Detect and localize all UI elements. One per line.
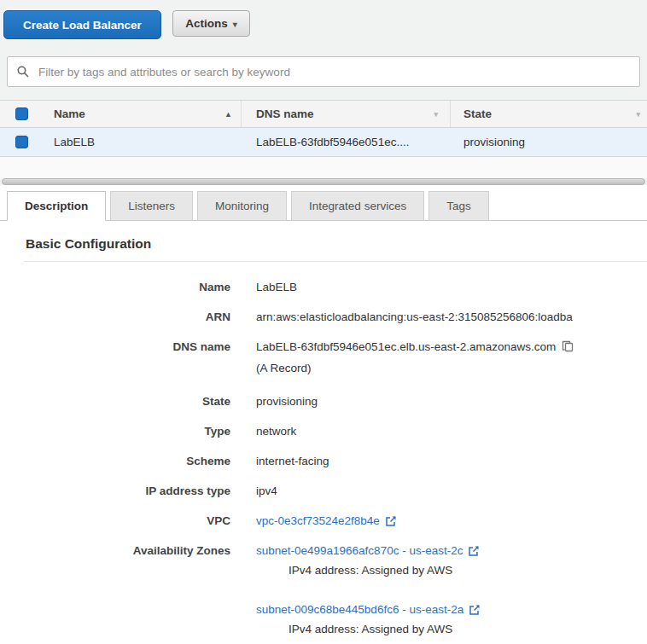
header-checkbox-cell [0, 107, 43, 120]
section-divider [24, 261, 647, 262]
subnet-link[interactable]: subnet-0e499a1966afc870c - us-east-2c [256, 542, 480, 559]
field-row-state: State provisioning [0, 393, 647, 409]
tab-listeners[interactable]: Listeners [110, 191, 193, 221]
row-state-text: provisioning [463, 136, 525, 148]
filter-input[interactable] [37, 65, 631, 79]
field-value: provisioning [256, 393, 647, 409]
zone-ip-detail: IPv4 address: Assigned by AWS [289, 562, 647, 578]
field-row-name: Name LabELB [0, 279, 647, 295]
copy-icon[interactable] [562, 340, 574, 357]
field-value: subnet-0e499a1966afc870c - us-east-2c IP… [256, 542, 647, 637]
field-row-type: Type network [0, 423, 647, 439]
table-bottom-gap [0, 157, 647, 178]
row-checkbox[interactable] [15, 136, 28, 148]
column-header-dns-name[interactable]: DNS name ▾ [242, 101, 451, 127]
filter-bar [0, 41, 647, 87]
field-value: ipv4 [256, 483, 647, 499]
column-header-state[interactable]: State ▾ [451, 107, 647, 120]
subnet-link-text: subnet-009c68be445bd6fc6 - us-east-2a [256, 601, 463, 618]
field-label: Name [0, 279, 230, 295]
field-label: Type [0, 423, 230, 439]
external-link-icon [385, 515, 397, 527]
tab-description[interactable]: Description [7, 191, 106, 221]
load-balancer-table: Name ▲ DNS name ▾ State ▾ LabELB [0, 100, 647, 157]
field-row-availability-zones: Availability Zones subnet-0e499a1966afc8… [0, 542, 647, 637]
tab-tags[interactable]: Tags [428, 191, 489, 221]
field-label: DNS name [0, 339, 230, 376]
field-label: State [0, 393, 230, 409]
field-row-scheme: Scheme internet-facing [0, 453, 647, 469]
field-value: internet-facing [256, 453, 647, 469]
row-dns-text: LabELB-63fdbf5946e051ec.... [256, 136, 409, 148]
field-label: IP address type [0, 483, 230, 499]
row-checkbox-cell [0, 136, 43, 148]
cell-name: LabELB [43, 136, 242, 148]
detail-tabs: Description Listeners Monitoring Integra… [0, 191, 647, 221]
actions-button-label: Actions [185, 17, 228, 30]
field-row-ip-address-type: IP address type ipv4 [0, 483, 647, 499]
field-value: vpc-0e3cf73524e2f8b4e [256, 513, 647, 529]
field-label: VPC [0, 513, 230, 529]
tab-integrated-services[interactable]: Integrated services [291, 191, 424, 221]
field-row-vpc: VPC vpc-0e3cf73524e2f8b4e [0, 513, 647, 529]
column-label: Name [54, 107, 85, 120]
sort-asc-icon: ▲ [224, 110, 232, 119]
external-link-icon [469, 604, 481, 616]
actions-button[interactable]: Actions▾ [172, 10, 250, 37]
section-heading: Basic Configuration [26, 236, 647, 252]
dns-value-line: LabELB-63fdbf5946e051ec.elb.us-east-2.am… [256, 339, 647, 357]
table-row[interactable]: LabELB LabELB-63fdbf5946e051ec.... provi… [0, 128, 647, 157]
cell-state: provisioning [451, 136, 647, 148]
chevron-down-icon: ▾ [233, 20, 237, 29]
availability-zone-item: subnet-0e499a1966afc870c - us-east-2c IP… [256, 542, 647, 578]
panel-splitter[interactable] [2, 178, 645, 185]
create-load-balancer-button[interactable]: Create Load Balancer [3, 10, 161, 39]
zone-ip-detail: IPv4 address: Assigned by AWS [289, 621, 647, 637]
field-value: arn:aws:elasticloadbalancing:us-east-2:3… [256, 309, 647, 325]
dns-record-note: (A Record) [256, 360, 647, 376]
search-icon [16, 65, 30, 78]
vpc-link[interactable]: vpc-0e3cf73524e2f8b4e [256, 513, 397, 529]
filter-box [7, 56, 640, 87]
field-value: LabELB-63fdbf5946e051ec.elb.us-east-2.am… [256, 339, 647, 376]
description-panel: Basic Configuration Name LabELB ARN arn:… [0, 221, 647, 637]
column-label: State [463, 107, 492, 120]
table-header-row: Name ▲ DNS name ▾ State ▾ [0, 100, 647, 128]
field-label: ARN [0, 309, 230, 325]
toolbar: Create Load Balancer Actions▾ [0, 0, 647, 41]
field-label: Availability Zones [0, 542, 230, 637]
field-label: Scheme [0, 453, 230, 469]
sort-icon: ▾ [434, 110, 438, 119]
field-row-dns-name: DNS name LabELB-63fdbf5946e051ec.elb.us-… [0, 339, 647, 376]
subnet-link[interactable]: subnet-009c68be445bd6fc6 - us-east-2a [256, 601, 481, 618]
column-label: DNS name [256, 107, 314, 120]
dns-value-text: LabELB-63fdbf5946e051ec.elb.us-east-2.am… [256, 340, 556, 353]
tab-monitoring[interactable]: Monitoring [197, 191, 287, 221]
sort-icon: ▾ [636, 110, 640, 119]
top-section: Create Load Balancer Actions▾ Name [0, 0, 647, 185]
field-value: network [256, 423, 647, 439]
subnet-link-text: subnet-0e499a1966afc870c - us-east-2c [256, 542, 463, 559]
column-header-name[interactable]: Name ▲ [43, 101, 242, 127]
availability-zone-item: subnet-009c68be445bd6fc6 - us-east-2a IP… [256, 601, 647, 637]
field-row-arn: ARN arn:aws:elasticloadbalancing:us-east… [0, 309, 647, 325]
vpc-link-text: vpc-0e3cf73524e2f8b4e [256, 513, 380, 529]
field-value: LabELB [256, 279, 647, 295]
ec2-load-balancers-page: Create Load Balancer Actions▾ Name [0, 0, 647, 644]
external-link-icon [468, 545, 480, 557]
cell-dns-name: LabELB-63fdbf5946e051ec.... [242, 136, 451, 148]
row-name-text: LabELB [54, 136, 95, 148]
select-all-checkbox[interactable] [15, 107, 28, 120]
